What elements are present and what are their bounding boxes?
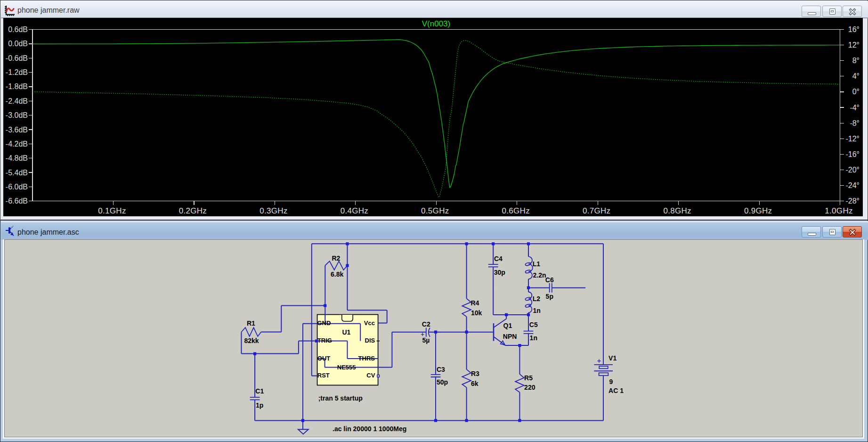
svg-text:NPN: NPN [503, 333, 517, 340]
svg-text:0.7GHz: 0.7GHz [583, 206, 610, 215]
svg-text:L1: L1 [533, 260, 541, 268]
svg-text:C1: C1 [255, 387, 264, 395]
svg-text:C2: C2 [422, 320, 430, 328]
svg-text:C5: C5 [529, 321, 538, 328]
svg-text:-3.6dB: -3.6dB [6, 126, 28, 134]
svg-text:-5.4dB: -5.4dB [6, 169, 28, 177]
svg-text:0.3GHz: 0.3GHz [260, 206, 287, 215]
svg-text:50p: 50p [437, 378, 448, 386]
svg-text:-4.8dB: -4.8dB [6, 154, 28, 162]
svg-text:9: 9 [609, 378, 613, 385]
svg-text:1.0GHz: 1.0GHz [825, 206, 852, 215]
svg-text:8°: 8° [852, 57, 860, 65]
svg-text:-1.2dB: -1.2dB [6, 68, 28, 76]
svg-text:0.9GHz: 0.9GHz [744, 206, 772, 215]
svg-text:-28°: -28° [845, 197, 860, 205]
svg-text:5µ: 5µ [422, 336, 430, 344]
svg-text:0.8GHz: 0.8GHz [663, 206, 691, 215]
svg-text:R3: R3 [471, 370, 479, 377]
svg-text:12°: 12° [848, 41, 860, 49]
svg-text:-20°: -20° [845, 166, 860, 174]
svg-text:6k: 6k [471, 380, 479, 387]
svg-text:0.2GHz: 0.2GHz [179, 206, 207, 215]
svg-text:DIS: DIS [365, 337, 375, 344]
svg-text:-1.8dB: -1.8dB [6, 82, 28, 90]
svg-text:4°: 4° [852, 72, 860, 80]
svg-text:-3.0dB: -3.0dB [6, 111, 28, 119]
svg-text:0.0dB: 0.0dB [8, 40, 28, 48]
svg-text:-8°: -8° [850, 119, 860, 127]
svg-text:R1: R1 [247, 319, 255, 327]
svg-text:82kk: 82kk [244, 337, 259, 344]
svg-text:0.5GHz: 0.5GHz [421, 206, 449, 215]
svg-text:6.8k: 6.8k [331, 270, 343, 278]
svg-text:30p: 30p [494, 269, 505, 276]
svg-text:.ac lin 20000 1 1000Meg: .ac lin 20000 1 1000Meg [333, 425, 406, 433]
svg-text:Vcc: Vcc [364, 319, 375, 327]
svg-text:1p: 1p [256, 401, 263, 409]
svg-text:R5: R5 [524, 374, 533, 382]
svg-text:-6.0dB: -6.0dB [6, 183, 28, 191]
svg-text:NE555: NE555 [337, 364, 356, 371]
svg-text:16°: 16° [848, 25, 860, 33]
svg-text:0.4GHz: 0.4GHz [341, 206, 368, 215]
svg-text:GND: GND [317, 319, 331, 327]
svg-text:-2.4dB: -2.4dB [6, 97, 28, 105]
svg-text:C3: C3 [437, 366, 445, 373]
svg-text:2.2n: 2.2n [533, 271, 546, 279]
svg-text:0.6dB: 0.6dB [8, 25, 28, 33]
svg-text:-4.2dB: -4.2dB [6, 140, 28, 148]
svg-text:RST: RST [317, 372, 330, 379]
svg-text:OUT: OUT [317, 355, 331, 362]
svg-text:1n: 1n [533, 307, 541, 314]
svg-text:;tran 5 startup: ;tran 5 startup [318, 394, 363, 402]
svg-text:5p: 5p [546, 293, 553, 300]
svg-text:-4°: -4° [850, 104, 860, 112]
svg-text:10k: 10k [471, 309, 482, 317]
svg-text:CV: CV [366, 372, 375, 379]
svg-text:-16°: -16° [845, 150, 860, 158]
svg-text:C6: C6 [545, 276, 554, 284]
svg-text:L2: L2 [533, 295, 541, 303]
svg-text:AC 1: AC 1 [608, 387, 624, 394]
svg-text:R2: R2 [332, 254, 341, 262]
svg-text:THRS: THRS [358, 355, 375, 362]
svg-text:C4: C4 [494, 255, 503, 262]
svg-text:R4: R4 [471, 299, 479, 307]
svg-text:0.1GHz: 0.1GHz [98, 206, 126, 215]
svg-text:0.6GHz: 0.6GHz [502, 206, 530, 215]
svg-text:Q1: Q1 [503, 322, 512, 329]
svg-text:-24°: -24° [845, 181, 860, 189]
svg-text:V1: V1 [608, 354, 617, 362]
svg-text:-12°: -12° [845, 135, 860, 143]
svg-text:1n: 1n [530, 334, 537, 342]
svg-text:-0.6dB: -0.6dB [6, 54, 28, 62]
svg-text:U1: U1 [342, 328, 351, 336]
svg-text:220: 220 [524, 384, 535, 391]
svg-text:V(n003): V(n003) [422, 19, 450, 28]
svg-text:TRIG: TRIG [317, 337, 332, 344]
svg-text:-6.6dB: -6.6dB [6, 197, 28, 205]
svg-text:0°: 0° [852, 88, 860, 96]
